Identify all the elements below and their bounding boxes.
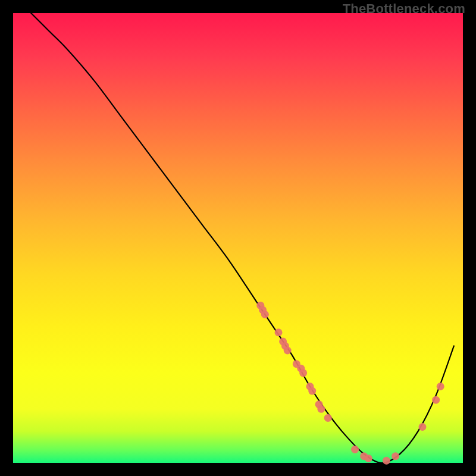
scatter-point <box>284 347 292 355</box>
scatter-point <box>351 446 359 453</box>
scatter-point <box>432 396 440 404</box>
scatter-point <box>275 328 283 336</box>
scatter-point <box>308 387 316 395</box>
watermark-text: TheBottleneck.com <box>343 1 465 17</box>
scatter-point <box>299 369 307 377</box>
bottleneck-curve <box>31 13 454 463</box>
scatter-point <box>418 423 426 431</box>
scatter-point <box>392 452 399 460</box>
chart-frame: TheBottleneck.com <box>0 0 476 476</box>
scatter-point <box>317 405 325 413</box>
curve-path <box>31 13 454 463</box>
plot-area <box>13 13 463 463</box>
scatter-point <box>324 414 332 422</box>
chart-svg <box>13 13 463 463</box>
scatter-point <box>437 383 444 390</box>
scatter-point <box>365 455 372 462</box>
scatter-point <box>261 311 269 318</box>
scatter-point <box>383 457 390 465</box>
